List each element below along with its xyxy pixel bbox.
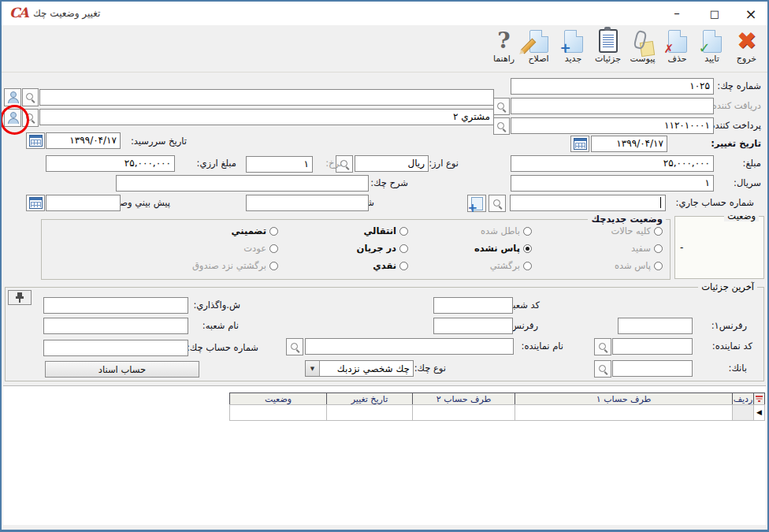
- branch-name-field[interactable]: [43, 318, 188, 334]
- current-account-field[interactable]: [510, 195, 666, 211]
- receiver-party-button[interactable]: [4, 88, 21, 106]
- header-change-date[interactable]: تاريخ تغيير: [326, 392, 413, 405]
- current-row-marker-icon: ◀: [756, 409, 762, 416]
- radio-cash[interactable]: نقدي: [373, 260, 408, 271]
- agent-name-search-button[interactable]: [286, 338, 303, 355]
- table-row[interactable]: ◀: [230, 405, 765, 421]
- radio-bounced: برگشتي: [490, 260, 532, 271]
- serial-label: سريال:: [734, 177, 761, 188]
- change-check-status-window: CA تغيير وضعيت چك – □ × ? راهنما اصلاح +…: [0, 0, 769, 532]
- confirm-button[interactable]: ✓ تاييد: [696, 28, 728, 69]
- filter-header-cell[interactable]: [753, 392, 765, 405]
- payer-name-field[interactable]: مشتري ۲: [39, 109, 494, 125]
- agent-search-button[interactable]: [594, 338, 611, 355]
- edit-icon: [529, 30, 548, 53]
- account-party-2-cell: [412, 404, 515, 421]
- row-selector-cell: ◀: [753, 404, 765, 421]
- assign-no-field[interactable]: [43, 297, 188, 314]
- pin-icon: [15, 292, 24, 303]
- toolbar: ? راهنما اصلاح + جديد جزئيات پيوست: [2, 25, 767, 73]
- details-icon: [599, 29, 618, 53]
- exit-button[interactable]: ✖ خروج: [730, 28, 763, 69]
- search-icon: [598, 342, 608, 352]
- due-date-field[interactable]: ۱۳۹۹/۰۴/۱۷: [46, 132, 121, 149]
- receiver-search-button[interactable]: [493, 98, 510, 115]
- sayad-number-field[interactable]: [246, 195, 369, 211]
- check-type-dropdown[interactable]: ▼ چك شخصي نزدبك: [305, 360, 414, 377]
- receiver-name-search-button[interactable]: [22, 88, 39, 106]
- forecast-field[interactable]: [46, 195, 121, 211]
- payer-code-field[interactable]: ۱۱۲۰۱۰۰۰۱: [511, 117, 714, 134]
- attachment-icon: [633, 31, 652, 53]
- check-number-label: شماره چك:: [717, 80, 761, 91]
- receiver-field[interactable]: [511, 98, 714, 114]
- change-date-field[interactable]: ۱۳۹۹/۰۴/۱۷: [591, 136, 667, 152]
- radio-icon: [523, 262, 532, 270]
- status-cell: [229, 404, 327, 421]
- radio-bounced-at-fund: برگشتي نزد صندوق: [192, 260, 278, 271]
- search-icon: [25, 92, 35, 102]
- ref2-field[interactable]: [433, 318, 513, 334]
- receiver-name-field[interactable]: [39, 89, 494, 106]
- radio-guaranteed[interactable]: تضميني: [232, 225, 278, 236]
- current-account-add-button[interactable]: [467, 195, 486, 212]
- minimize-button[interactable]: –: [663, 3, 690, 24]
- rate-label: نرخ:: [325, 158, 342, 169]
- due-date-calendar-button[interactable]: [26, 132, 45, 149]
- currency-amount-field[interactable]: ۲۵,۰۰۰,۰۰۰: [46, 155, 175, 172]
- attachment-button[interactable]: پيوست: [626, 28, 659, 69]
- header-account-party-1[interactable]: طرف حساب ۱: [515, 392, 733, 405]
- calendar-icon: [574, 138, 587, 150]
- new-button[interactable]: + جديد: [557, 28, 589, 69]
- ref1-field[interactable]: [618, 318, 693, 334]
- check-account-field[interactable]: [43, 340, 188, 356]
- header-row-number[interactable]: رديف: [732, 392, 754, 405]
- radio-in-progress[interactable]: در جريان: [357, 243, 408, 254]
- radio-not-cleared[interactable]: پاس نشده: [474, 243, 532, 254]
- change-date-calendar-button[interactable]: [570, 136, 589, 152]
- maximize-button[interactable]: □: [701, 3, 728, 24]
- documents-account-button[interactable]: حساب اسناد: [45, 361, 199, 378]
- agent-code-field[interactable]: [612, 338, 693, 355]
- branch-code-field[interactable]: [433, 297, 513, 314]
- rate-field[interactable]: ۱: [246, 156, 313, 173]
- currency-type-label: نوع ارز:: [429, 158, 459, 169]
- current-account-search-button[interactable]: [489, 195, 506, 212]
- close-button[interactable]: ×: [737, 3, 764, 24]
- delete-button[interactable]: ✗ حذف: [661, 28, 693, 69]
- table-header-row: رديف طرف حساب ۱ طرف حساب ۲ تاريخ تغيير و…: [230, 392, 765, 405]
- header-status[interactable]: وضعيت: [229, 392, 327, 405]
- calendar-icon: [29, 197, 43, 209]
- bank-field[interactable]: [612, 360, 693, 377]
- receiver-label: دريافت كننده:: [709, 100, 761, 111]
- change-date-cell: [326, 404, 413, 421]
- amount-field[interactable]: ۲۵,۰۰۰,۰۰۰: [511, 155, 714, 172]
- due-date-label: تاريخ سررسيد:: [131, 136, 187, 147]
- red-circle-annotation: [0, 105, 29, 135]
- header-account-party-2[interactable]: طرف حساب ۲: [412, 392, 515, 405]
- currency-type-field[interactable]: ريال: [355, 155, 429, 172]
- pin-button[interactable]: [8, 290, 32, 305]
- serial-field[interactable]: ۱: [511, 175, 714, 192]
- agent-name-field[interactable]: [305, 338, 514, 355]
- description-label: شرح چك:: [370, 177, 408, 188]
- row-number-cell: [732, 404, 754, 421]
- filter-icon: [756, 396, 763, 402]
- check-account-label: شماره حساب چك:: [187, 342, 258, 353]
- payer-search-button[interactable]: [493, 117, 510, 135]
- check-type-label: نوع چك:: [414, 363, 446, 374]
- agent-code-label: كد نماينده:: [712, 340, 752, 352]
- forecast-calendar-button[interactable]: [26, 195, 45, 211]
- bank-search-button[interactable]: [594, 360, 611, 378]
- help-button[interactable]: ? راهنما: [488, 28, 520, 69]
- bank-label: بانك:: [729, 363, 747, 374]
- status-groupbox-label: وضعيت: [724, 210, 759, 221]
- radio-transferred[interactable]: انتقالي: [363, 225, 408, 236]
- edit-button[interactable]: اصلاح: [522, 28, 555, 69]
- description-field[interactable]: [116, 175, 369, 192]
- chevron-down-icon[interactable]: ▼: [306, 361, 320, 376]
- amount-label: مبلغ:: [743, 158, 761, 169]
- details-button[interactable]: جزئيات: [592, 28, 624, 69]
- check-number-field[interactable]: ۱۰۲۵: [511, 78, 714, 95]
- radio-icon: [654, 262, 663, 270]
